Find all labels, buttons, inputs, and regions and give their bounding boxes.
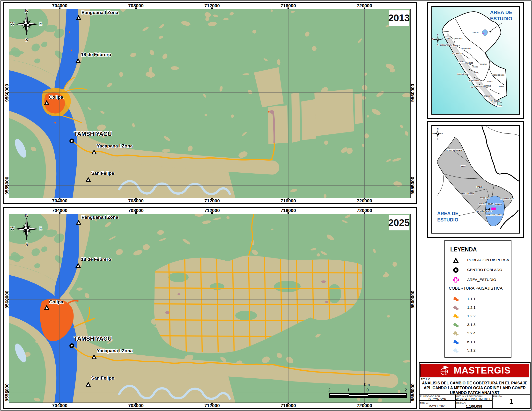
legend-symbol-triangle	[452, 257, 459, 263]
loreto-study-area-label: ESTUDIO	[437, 217, 458, 223]
peru-department-label-apurimac: APURIMAC	[482, 85, 491, 87]
populated-center-marker	[69, 138, 75, 144]
tick-mark	[411, 299, 412, 300]
peru-department-label-arequipa: AREQUIPA	[484, 95, 492, 97]
titulo-field-label: TÍTULO:	[421, 378, 431, 381]
field-fecha-value: MAYO, 2025	[419, 404, 455, 408]
field-elaborado-value: D. CONDOR	[419, 397, 455, 401]
legend-swatch-3.1.3	[452, 322, 459, 328]
legend-point-label: AREA_ESTUDIO	[467, 278, 496, 282]
legend-swatch-1.2.2	[452, 313, 459, 320]
loreto-district-label-fernando-lores: FERNANDO LORES	[486, 214, 502, 216]
compass-letter-e: E	[39, 21, 42, 27]
peru-department-label-madre-de-dios: MADRE DE DIOS	[492, 74, 505, 76]
map-layout-page: NESW 2013 Panguana I Zona18 de FebreroCo…	[0, 0, 532, 411]
peru-department-label-lima: LIMA	[465, 73, 468, 75]
legend-class-item: 1.2.1	[445, 304, 511, 312]
place-label-tamshiyacu: TAMSHIYACU	[74, 335, 112, 342]
inset-map-peru: ÁREA DEESTUDIOTUMBESPIURAAMAZONASLAMBAYE…	[431, 6, 520, 115]
compass-letter-n: N	[25, 214, 28, 218]
legend-point-label: POBLACIÓN DISPERSA	[467, 258, 509, 262]
field-figura: FIGURA: 1	[493, 394, 530, 408]
year-badge-2013: 2013	[389, 10, 409, 26]
tick-mark	[135, 212, 137, 214]
tick-mark	[135, 403, 137, 404]
peru-department-label-tumbes: TUMBES	[443, 31, 449, 32]
legend-swatch-5.1.1	[452, 339, 459, 346]
tick-mark	[8, 92, 9, 93]
brand-name: MASTERGIS	[454, 365, 511, 376]
place-label-18-de-febrero: 18 de Febrero	[81, 257, 111, 262]
map-2013-art: NESW	[9, 9, 410, 198]
peru-department-label-huancavelica: HUANCAVELICA	[469, 80, 481, 82]
tick-mark	[59, 8, 60, 9]
study-area-rect	[491, 208, 496, 210]
inset-map-loreto: ÁREA DEESTUDIOTORRES CAUSANANAPOMAZANALT…	[431, 125, 520, 234]
tick-mark	[59, 198, 60, 199]
legend-class-item: 1.1.1	[445, 296, 511, 303]
legend-class-item: 5.1.2	[445, 347, 511, 355]
compass-letter-w: W	[432, 38, 434, 40]
legend-point-item: AREA_ESTUDIO	[445, 277, 511, 284]
field-figura-value: 1	[493, 398, 530, 405]
tick-mark	[411, 185, 412, 186]
place-label-panguana-i-zona: Panguana I Zona	[82, 215, 118, 220]
place-label-san-felipe: San Felipe	[91, 171, 114, 176]
field-elaborado-label: ELABORADO POR:	[420, 395, 441, 397]
field-datum-value: WGS 84 ZONA UTM 18 SUR	[456, 397, 492, 401]
scale-bar-number: 0	[364, 388, 371, 392]
populated-center-marker	[69, 343, 75, 349]
peru-department-label-amazonas: AMAZONAS	[453, 38, 463, 39]
legend-swatch-3.2.4	[452, 330, 459, 337]
legend-class-item: 5.1.1	[445, 339, 511, 346]
legend-symbol-circle	[452, 267, 459, 273]
loreto-district-label-punchana: PUNCHANA	[480, 197, 490, 199]
tick-mark	[411, 92, 412, 93]
dispersed-population-marker	[91, 354, 97, 360]
tick-mark	[8, 299, 9, 300]
legend-class-label: 5.1.1	[467, 340, 475, 344]
dispersed-population-marker	[76, 14, 82, 20]
map-title-line2: APLICANDO LA METODOLOGÍA CORINE LAND COV…	[419, 386, 530, 391]
tick-mark	[211, 212, 213, 214]
compass-letter-s: S	[437, 138, 438, 140]
title-block: MASTERGIS TÍTULO: ANÁLISIS DEL CAMBIO DE…	[419, 362, 531, 409]
compass-letter-n: N	[437, 128, 439, 130]
field-datum: DATUM Y PROYECCIÓN: WGS 84 ZONA UTM 18 S…	[456, 394, 493, 401]
compass-letter-s: S	[25, 37, 28, 43]
dispersed-population-marker	[44, 99, 50, 106]
tick-mark	[364, 212, 365, 214]
loreto-district-label-san-juan-bautista: SAN JUAN BAUTISTA	[475, 211, 493, 212]
map-2025-viewport: NESW 2025 Panguana I Zona18 de FebreroCo…	[9, 214, 410, 402]
scale-bar-number: 2	[326, 388, 333, 392]
field-figura-label: FIGURA:	[493, 395, 503, 397]
peru-map-svg: ÁREA DEESTUDIOTUMBESPIURAAMAZONASLAMBAYE…	[432, 7, 519, 114]
tick-mark	[287, 8, 289, 9]
loreto-district-label-belen: BELEN	[488, 203, 493, 205]
peru-department-label-loreto: LORETO	[472, 32, 479, 34]
place-label-san-felipe: San Felipe	[91, 375, 114, 381]
peru-department-label-cusco: CUSCO	[487, 81, 493, 82]
tick-mark	[287, 212, 289, 214]
peru-department-label-puno: PUNO	[499, 86, 504, 87]
scale-bar-graphic	[329, 393, 407, 398]
loreto-study-area-label: ÁREA DE	[437, 211, 458, 216]
legend-class-label: 3.1.3	[467, 323, 475, 327]
peru-department-label-junin: JUNIN	[474, 72, 479, 74]
peru-department-label-moquegua: MOQUEGUA	[491, 100, 500, 102]
tick-mark	[59, 212, 60, 214]
tick-mark	[364, 403, 365, 404]
place-label-yacapana-i-zona: Yacapana I Zona	[97, 143, 133, 149]
map-panel-2025: NESW 2025 Panguana I Zona18 de FebreroCo…	[3, 207, 417, 409]
map-2013-viewport: NESW 2013 Panguana I Zona18 de FebreroCo…	[9, 9, 410, 198]
field-datum-label: DATUM Y PROYECCIÓN:	[456, 395, 483, 397]
compass-letter-w: W	[432, 132, 434, 135]
tick-mark	[287, 198, 289, 199]
legend-class-item: 1.2.2	[445, 313, 511, 320]
dispersed-population-marker	[44, 304, 50, 310]
loreto-district-label-indiana: INDIANA	[495, 204, 502, 205]
tick-mark	[211, 403, 213, 404]
tick-mark	[287, 403, 289, 404]
compass-letter-s: S	[437, 44, 438, 46]
place-label-tamshiyacu: TAMSHIYACU	[74, 131, 112, 137]
